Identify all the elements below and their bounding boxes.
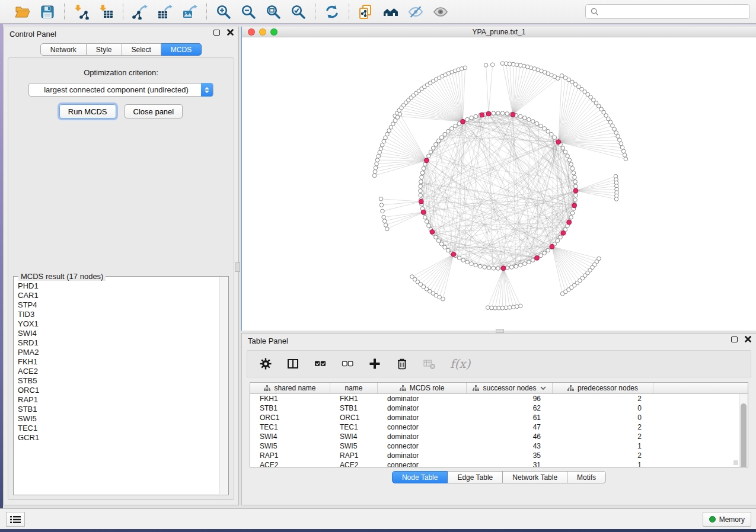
- network-node[interactable]: [484, 63, 488, 68]
- mcds-result-node[interactable]: SWI5: [14, 414, 219, 424]
- network-node[interactable]: [486, 306, 490, 310]
- network-node[interactable]: [509, 265, 513, 270]
- network-node[interactable]: [378, 150, 382, 155]
- network-node[interactable]: [518, 114, 522, 118]
- network-node[interactable]: [382, 219, 387, 223]
- network-node[interactable]: [523, 116, 527, 120]
- network-node[interactable]: [461, 258, 465, 262]
- network-node[interactable]: [490, 63, 495, 67]
- network-node[interactable]: [618, 138, 622, 142]
- export-image-button[interactable]: [181, 4, 198, 20]
- network-node[interactable]: [523, 262, 527, 266]
- tab-select[interactable]: Select: [122, 43, 161, 56]
- network-hub-node[interactable]: [567, 220, 572, 225]
- network-node[interactable]: [382, 139, 386, 143]
- network-hub-node[interactable]: [501, 266, 506, 271]
- network-node[interactable]: [457, 256, 461, 260]
- network-node[interactable]: [374, 166, 378, 170]
- network-node[interactable]: [431, 146, 435, 150]
- import-network-button[interactable]: [73, 4, 90, 20]
- mcds-result-node[interactable]: STB1: [14, 405, 219, 414]
- network-node[interactable]: [519, 304, 523, 308]
- network-graph[interactable]: [242, 37, 756, 331]
- network-node[interactable]: [616, 134, 620, 139]
- network-node[interactable]: [429, 150, 433, 154]
- network-hub-node[interactable]: [511, 113, 515, 117]
- export-table-button[interactable]: [157, 4, 173, 20]
- network-node[interactable]: [573, 175, 577, 180]
- network-node[interactable]: [427, 224, 431, 228]
- horizontal-splitter-handle[interactable]: [496, 329, 504, 333]
- close-panel-button[interactable]: Close panel: [125, 104, 183, 118]
- network-titlebar[interactable]: YPA_prune.txt_1: [242, 27, 756, 37]
- mcds-result-node[interactable]: GCR1: [14, 433, 219, 443]
- network-node[interactable]: [570, 166, 575, 171]
- network-node[interactable]: [379, 147, 383, 151]
- network-node[interactable]: [443, 132, 447, 136]
- network-node[interactable]: [379, 203, 384, 207]
- network-node[interactable]: [527, 117, 531, 121]
- window-close-icon[interactable]: [248, 28, 255, 36]
- vertical-splitter-handle[interactable]: [235, 262, 240, 272]
- network-node[interactable]: [439, 242, 444, 246]
- column-header-shared-name[interactable]: shared name: [250, 383, 330, 393]
- network-node[interactable]: [559, 235, 563, 239]
- column-header-successor-nodes[interactable]: successor nodes: [467, 383, 553, 393]
- window-minimize-icon[interactable]: [259, 28, 266, 36]
- network-node[interactable]: [373, 170, 377, 174]
- network-node[interactable]: [490, 306, 494, 310]
- task-history-button[interactable]: [6, 512, 25, 527]
- network-node[interactable]: [419, 193, 423, 197]
- network-node[interactable]: [492, 111, 496, 116]
- network-canvas[interactable]: [242, 37, 756, 331]
- network-node[interactable]: [420, 175, 424, 180]
- network-node[interactable]: [572, 171, 576, 175]
- network-node[interactable]: [570, 211, 575, 215]
- network-node[interactable]: [546, 129, 550, 133]
- network-node[interactable]: [379, 197, 383, 201]
- memory-button[interactable]: Memory: [703, 512, 751, 527]
- network-node[interactable]: [553, 136, 557, 140]
- mcds-result-node[interactable]: ACE2: [14, 367, 219, 376]
- mcds-result-node[interactable]: PMA2: [14, 348, 219, 357]
- network-node[interactable]: [563, 150, 567, 154]
- export-network-button[interactable]: [132, 4, 148, 20]
- table-scrollbar-thumb[interactable]: [741, 403, 747, 467]
- network-node[interactable]: [504, 306, 508, 310]
- network-node[interactable]: [543, 127, 547, 131]
- open-file-button[interactable]: [14, 4, 31, 20]
- zoom-selected-button[interactable]: [290, 4, 307, 20]
- network-node[interactable]: [384, 223, 388, 227]
- close-panel-icon[interactable]: [227, 29, 234, 36]
- first-neighbors-button[interactable]: [382, 4, 399, 20]
- network-hub-node[interactable]: [550, 244, 554, 249]
- mcds-result-node[interactable]: TEC1: [14, 424, 219, 433]
- mcds-result-node[interactable]: ORC1: [14, 386, 219, 395]
- network-node[interactable]: [434, 143, 438, 147]
- network-node[interactable]: [560, 292, 564, 296]
- network-hub-node[interactable]: [556, 140, 561, 145]
- network-node[interactable]: [500, 111, 505, 116]
- tab-style[interactable]: Style: [87, 43, 122, 56]
- network-node[interactable]: [446, 248, 451, 252]
- import-table-button[interactable]: [98, 4, 114, 20]
- network-node[interactable]: [574, 193, 578, 197]
- result-scrollbar[interactable]: [219, 277, 228, 494]
- column-header-predecessor-nodes[interactable]: predecessor nodes: [553, 383, 653, 393]
- table-options-button[interactable]: [259, 357, 272, 370]
- zoom-out-button[interactable]: [240, 4, 257, 20]
- network-node[interactable]: [419, 189, 423, 193]
- network-node[interactable]: [375, 162, 379, 166]
- network-hub-node[interactable]: [419, 199, 423, 204]
- table-resize-grip[interactable]: [733, 460, 738, 465]
- network-node[interactable]: [375, 158, 379, 162]
- network-node[interactable]: [434, 235, 438, 239]
- mcds-result-node[interactable]: STP4: [14, 300, 219, 310]
- network-node[interactable]: [419, 184, 423, 188]
- network-node[interactable]: [514, 264, 518, 268]
- table-row[interactable]: ORC1ORC1dominator610: [250, 413, 748, 422]
- network-node[interactable]: [381, 209, 385, 213]
- network-node[interactable]: [436, 239, 441, 243]
- network-node[interactable]: [470, 262, 474, 266]
- network-hub-node[interactable]: [451, 252, 456, 257]
